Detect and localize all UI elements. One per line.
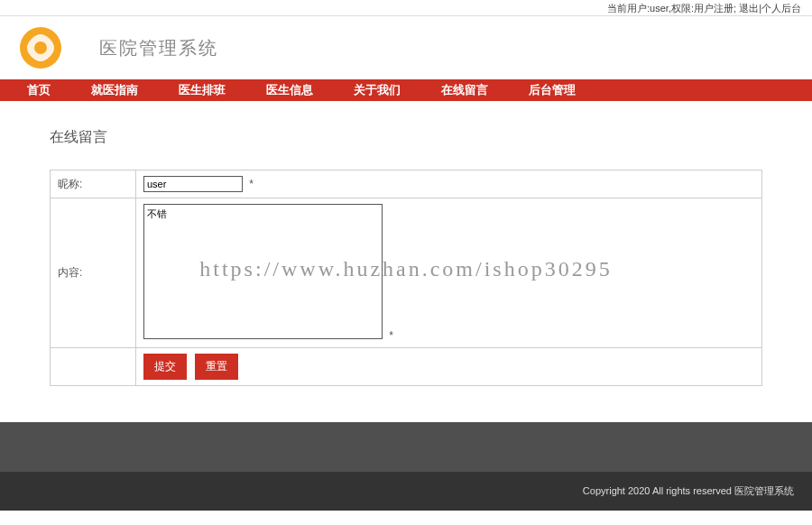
main-content: 在线留言 昵称: * 内容: * 提交 重置 — [0, 101, 812, 422]
content-textarea[interactable] — [143, 204, 383, 339]
logo-icon — [18, 25, 63, 70]
page-title: 在线留言 — [50, 128, 762, 147]
nav-about[interactable]: 关于我们 — [354, 82, 401, 98]
nickname-label: 昵称: — [51, 170, 136, 198]
current-user-label: 当前用户: — [607, 3, 650, 14]
role-label: ,权限: — [669, 3, 694, 14]
submit-button[interactable]: 提交 — [143, 354, 187, 380]
footer-text: Copyright 2020 All rights reserved 医院管理系… — [583, 485, 794, 496]
role: 用户注册 — [694, 3, 734, 14]
nav-doctors[interactable]: 医生信息 — [266, 82, 313, 98]
content-row: 内容: * — [51, 198, 762, 348]
footer: Copyright 2020 All rights reserved 医院管理系… — [0, 472, 812, 511]
nickname-row: 昵称: * — [51, 170, 762, 198]
nickname-required: * — [249, 178, 254, 190]
site-title: 医院管理系统 — [99, 36, 218, 60]
footer-spacer — [0, 422, 812, 472]
actions-row: 提交 重置 — [51, 348, 762, 386]
topbar: 当前用户:user,权限:用户注册; 退出|个人后台 — [0, 0, 812, 16]
content-label: 内容: — [51, 198, 136, 348]
logout-link[interactable]: 退出 — [739, 3, 759, 14]
nav-message[interactable]: 在线留言 — [441, 82, 488, 98]
current-user: user — [650, 3, 669, 14]
profile-link[interactable]: 个人后台 — [761, 3, 801, 14]
svg-point-1 — [34, 41, 47, 54]
message-form-table: 昵称: * 内容: * 提交 重置 — [50, 170, 762, 386]
nav-admin[interactable]: 后台管理 — [529, 82, 576, 98]
nickname-input[interactable] — [143, 176, 243, 192]
nav-home[interactable]: 首页 — [27, 82, 51, 98]
content-required: * — [389, 329, 393, 342]
header: 医院管理系统 — [0, 16, 812, 79]
nav-schedule[interactable]: 医生排班 — [179, 82, 226, 98]
reset-button[interactable]: 重置 — [195, 354, 238, 380]
navbar: 首页 就医指南 医生排班 医生信息 关于我们 在线留言 后台管理 — [0, 79, 812, 101]
nav-guide[interactable]: 就医指南 — [91, 82, 138, 98]
